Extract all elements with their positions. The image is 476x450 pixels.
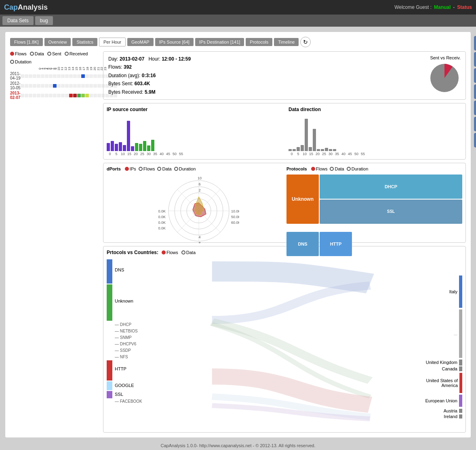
globe-icon[interactable]: 🌐 bbox=[474, 101, 476, 115]
radio-sent[interactable]: Sent bbox=[47, 51, 61, 56]
austria-row: Austria bbox=[414, 408, 462, 413]
info-bytes-sent-row: Bytes Sent: 603.4K bbox=[108, 80, 191, 88]
datasets-button[interactable]: Data Sets bbox=[2, 16, 34, 25]
header: CapAnalysis Welcome Guest : Manual - Sta… bbox=[0, 0, 476, 15]
pie-area: Sent vs Receiv. bbox=[428, 55, 461, 95]
cell bbox=[21, 94, 24, 97]
data-label: Data bbox=[162, 166, 171, 171]
tab-flows[interactable]: Flows [1.8K] bbox=[10, 38, 43, 46]
dports-radio-duration[interactable]: Duration bbox=[174, 166, 196, 171]
bytes-sent-value: 603.4K bbox=[135, 81, 150, 86]
data-direction-chart bbox=[289, 115, 462, 151]
radio-flows[interactable]: Flows bbox=[10, 51, 27, 56]
x-label: 25 bbox=[321, 152, 327, 156]
tab-timeline[interactable]: Timeline bbox=[274, 38, 299, 46]
ip-source-title: IP source counter bbox=[107, 107, 280, 112]
cloud-icon[interactable]: ☁ bbox=[474, 84, 476, 99]
cell bbox=[29, 94, 32, 97]
proto-radio-flows[interactable]: Flows bbox=[311, 166, 328, 171]
dports-radio-ips[interactable]: IPs bbox=[125, 166, 136, 171]
eye-icon[interactable]: 👁 bbox=[474, 36, 476, 50]
countries-radio-data[interactable]: Data bbox=[181, 250, 196, 255]
cell bbox=[65, 94, 69, 97]
tab-ips-dest[interactable]: IPs Destination [141] bbox=[195, 38, 244, 46]
timeline-panel: Flows Data Sent Received bbox=[10, 51, 99, 433]
polar-chart: 10 6 2 4 8 12 20.0K 30.0K 40.0K 50.0K bbox=[158, 175, 231, 239]
radio-data[interactable]: Data bbox=[30, 51, 44, 56]
flows-label: Flows bbox=[15, 51, 27, 56]
tab-protocols[interactable]: Protocols bbox=[246, 38, 272, 46]
bar bbox=[131, 146, 134, 151]
cell bbox=[57, 84, 61, 88]
hour-value: 12:00 - 12:59 bbox=[162, 56, 191, 62]
proto-radio-data[interactable]: Data bbox=[330, 166, 344, 171]
duration-label: Duration bbox=[179, 166, 196, 171]
cell bbox=[45, 94, 48, 97]
ip-source-section: IP source counter bbox=[107, 107, 280, 156]
proto-radio-duration[interactable]: Duration bbox=[347, 166, 369, 171]
cell bbox=[85, 94, 89, 97]
proto-duration-label: Duration bbox=[352, 166, 369, 171]
bar bbox=[289, 149, 292, 151]
dots-bar bbox=[459, 309, 462, 358]
tab-statistics[interactable]: Statistcs bbox=[72, 38, 97, 46]
dports-radio-data[interactable]: Data bbox=[157, 166, 171, 171]
cell bbox=[89, 94, 93, 97]
bar bbox=[119, 142, 122, 151]
radio-received[interactable]: Received bbox=[65, 51, 88, 56]
day-value: 2013-02-07 bbox=[120, 56, 144, 62]
tab-per-hour[interactable]: Per Hour bbox=[99, 38, 126, 46]
bug-button[interactable]: bug bbox=[35, 16, 53, 25]
dutation-label: Dutation bbox=[15, 59, 32, 64]
bar bbox=[135, 143, 138, 151]
manual-link[interactable]: Manual bbox=[434, 4, 451, 10]
bar bbox=[111, 141, 114, 151]
duration-dot bbox=[174, 167, 178, 171]
google-label: GOOGLE bbox=[115, 383, 134, 388]
date-row-3[interactable]: 2013-02-07 bbox=[10, 91, 99, 100]
dutation-radio-dot bbox=[10, 60, 14, 64]
austria-label: Austria bbox=[444, 408, 457, 413]
flows-value: 392 bbox=[124, 64, 132, 70]
nav-arrows-icon[interactable]: ◀▶ bbox=[474, 117, 476, 131]
heatmap-cells-1 bbox=[21, 74, 117, 78]
date-row-2[interactable]: 2012-10-05 bbox=[10, 81, 99, 90]
refresh-button[interactable]: ↻ bbox=[300, 37, 311, 47]
cell bbox=[61, 84, 65, 88]
cell bbox=[41, 84, 44, 88]
bar bbox=[143, 141, 146, 151]
countries-radio-flows[interactable]: Flows bbox=[162, 250, 178, 255]
bar bbox=[139, 144, 142, 151]
cell bbox=[37, 74, 40, 78]
body-layout: Flows Data Sent Received bbox=[10, 51, 466, 433]
info-flows-row: Flows: 392 bbox=[108, 63, 191, 71]
tab-geomap[interactable]: GeoMAP bbox=[127, 38, 154, 46]
footer: CapAnalysis 1.0.0- http://www.capanalysi… bbox=[5, 439, 471, 450]
x-label: 25 bbox=[139, 152, 145, 156]
cell bbox=[21, 84, 24, 88]
date-row-1[interactable]: 2011-04-19 bbox=[10, 71, 99, 80]
clock-icon[interactable]: 🕐 bbox=[474, 133, 476, 147]
canada-bar bbox=[459, 366, 462, 371]
hour-labels: 0 1 2 3 4 5 6 7 8 9 10 11 12 13 bbox=[39, 67, 99, 71]
info-duration-row: Duration (avg): 0:3:16 bbox=[108, 71, 191, 80]
cell bbox=[49, 94, 53, 97]
ip-source-chart bbox=[107, 115, 280, 151]
dports-radio-flows[interactable]: Flows bbox=[139, 166, 155, 171]
document-icon[interactable]: 📄 bbox=[474, 52, 476, 67]
date-label-3: 2013-02-07 bbox=[10, 91, 21, 100]
italy-label: Italy bbox=[449, 289, 457, 294]
cell bbox=[53, 74, 57, 78]
svg-text:60.0K: 60.0K bbox=[231, 221, 239, 225]
x-label: 45 bbox=[347, 152, 353, 156]
share-icon[interactable]: ↗ bbox=[474, 68, 476, 83]
tab-overview[interactable]: Overview bbox=[44, 38, 71, 46]
date-label-2: 2012-10-05 bbox=[10, 81, 21, 90]
radio-dutation[interactable]: Dutation bbox=[10, 59, 32, 64]
status-link[interactable]: Status bbox=[457, 4, 472, 10]
svg-text:10: 10 bbox=[197, 176, 201, 180]
tab-ips-source[interactable]: IPs Source [64] bbox=[155, 38, 194, 46]
info-day-row: Day: 2013-02-07 Hour: 12:00 - 12:59 bbox=[108, 55, 191, 63]
charts-row: IP source counter bbox=[103, 103, 466, 160]
facebook-item: — FACEBOOK bbox=[115, 399, 171, 404]
